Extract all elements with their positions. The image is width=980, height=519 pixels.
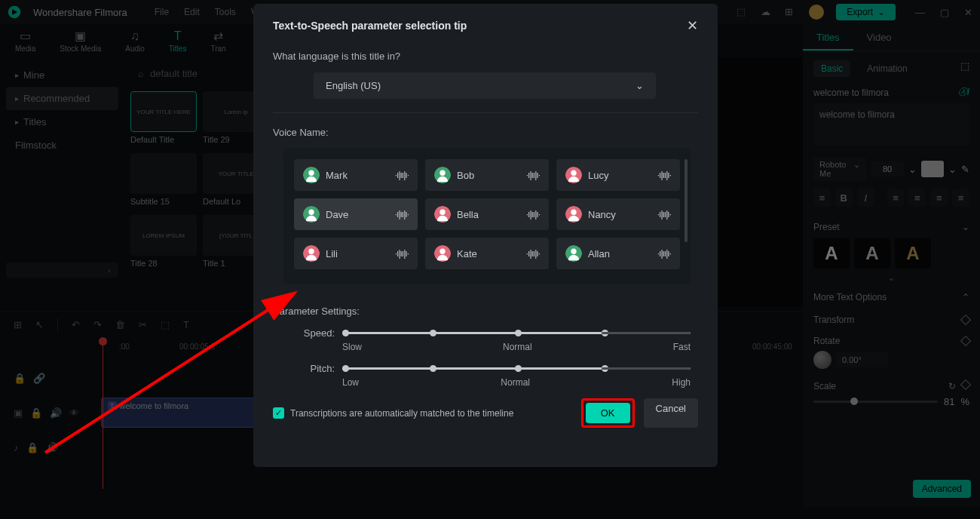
voice-name-label: Kate bbox=[457, 248, 520, 260]
svg-point-10 bbox=[439, 210, 445, 215]
svg-point-12 bbox=[571, 210, 576, 215]
language-question: What language is this title in? bbox=[273, 51, 698, 62]
waveform-icon: ·ı|ıı|ı· bbox=[657, 170, 671, 180]
chevron-down-icon: ⌄ bbox=[635, 80, 644, 91]
voice-selection-box: Mark·ı|ıı|ı·Bob·ı|ıı|ı·Lucy·ı|ıı|ı·Dave·… bbox=[283, 149, 691, 284]
voice-card-mark[interactable]: Mark·ı|ıı|ı· bbox=[294, 159, 418, 191]
speed-slider[interactable] bbox=[342, 332, 691, 334]
waveform-icon: ·ı|ıı|ı· bbox=[395, 248, 409, 259]
voice-card-bella[interactable]: Bella·ı|ıı|ı· bbox=[425, 198, 549, 230]
voice-avatar-icon bbox=[434, 206, 451, 223]
pitch-high: High bbox=[672, 377, 691, 388]
waveform-icon: ·ı|ıı|ı· bbox=[526, 170, 540, 180]
voice-card-allan[interactable]: Allan·ı|ıı|ı· bbox=[556, 238, 680, 269]
speed-mid: Normal bbox=[503, 342, 532, 352]
waveform-icon: ·ı|ıı|ı· bbox=[657, 209, 671, 220]
svg-point-14 bbox=[308, 249, 314, 254]
speed-high: Fast bbox=[673, 342, 691, 352]
voice-avatar-icon bbox=[565, 167, 582, 183]
waveform-icon: ·ı|ıı|ı· bbox=[657, 248, 671, 259]
pitch-mid: Normal bbox=[501, 377, 530, 388]
transcription-checkbox-row[interactable]: ✓ Transcriptions are automatically match… bbox=[273, 407, 513, 419]
voice-avatar-icon bbox=[303, 206, 320, 223]
voice-name-label: Voice Name: bbox=[273, 127, 698, 138]
cancel-button[interactable]: Cancel bbox=[644, 398, 698, 428]
voice-avatar-icon bbox=[565, 245, 582, 262]
waveform-icon: ·ı|ıı|ı· bbox=[395, 209, 409, 220]
voice-name-label: Lucy bbox=[588, 170, 651, 181]
modal-title: Text-to-Speech parameter selection tip bbox=[273, 20, 467, 32]
voice-card-lucy[interactable]: Lucy·ı|ıı|ı· bbox=[556, 159, 680, 191]
pitch-low: Low bbox=[342, 377, 359, 388]
svg-point-2 bbox=[308, 170, 314, 176]
voice-card-nancy[interactable]: Nancy·ı|ıı|ı· bbox=[556, 198, 680, 230]
speed-low: Slow bbox=[342, 342, 362, 352]
voice-name-label: Allan bbox=[588, 248, 651, 260]
voice-card-dave[interactable]: Dave·ı|ıı|ı· bbox=[294, 198, 418, 230]
tts-modal: Text-to-Speech parameter selection tip ✕… bbox=[253, 4, 718, 467]
pitch-label: Pitch: bbox=[300, 363, 342, 374]
svg-point-8 bbox=[308, 210, 314, 215]
waveform-icon: ·ı|ıı|ı· bbox=[395, 170, 409, 180]
svg-point-16 bbox=[439, 249, 445, 254]
voice-card-kate[interactable]: Kate·ı|ıı|ı· bbox=[425, 238, 549, 269]
voice-card-bob[interactable]: Bob·ı|ıı|ı· bbox=[425, 159, 549, 191]
voice-avatar-icon bbox=[565, 206, 582, 223]
voice-name-label: Mark bbox=[326, 170, 389, 181]
svg-point-6 bbox=[571, 170, 576, 176]
pitch-slider[interactable] bbox=[342, 367, 691, 370]
parameter-settings-label: Parameter Settings: bbox=[273, 306, 698, 317]
waveform-icon: ·ı|ıı|ı· bbox=[526, 248, 540, 259]
ok-highlight: OK bbox=[581, 398, 635, 428]
voice-scrollbar[interactable] bbox=[684, 159, 688, 242]
voice-name-label: Nancy bbox=[588, 209, 651, 220]
checkbox-icon[interactable]: ✓ bbox=[273, 407, 284, 419]
close-icon[interactable]: ✕ bbox=[687, 17, 698, 34]
svg-point-4 bbox=[439, 170, 445, 176]
voice-avatar-icon bbox=[303, 245, 320, 262]
voice-name-label: Dave bbox=[326, 209, 389, 220]
voice-avatar-icon bbox=[434, 245, 451, 262]
voice-card-lili[interactable]: Lili·ı|ıı|ı· bbox=[294, 238, 418, 269]
svg-point-18 bbox=[571, 249, 576, 254]
speed-label: Speed: bbox=[300, 327, 342, 339]
waveform-icon: ·ı|ıı|ı· bbox=[526, 209, 540, 220]
voice-name-label: Lili bbox=[326, 248, 389, 260]
voice-avatar-icon bbox=[303, 167, 320, 183]
language-select[interactable]: English (US)⌄ bbox=[314, 72, 656, 99]
voice-name-label: Bella bbox=[457, 209, 520, 220]
ok-button[interactable]: OK bbox=[586, 403, 630, 423]
voice-name-label: Bob bbox=[457, 170, 520, 181]
voice-avatar-icon bbox=[434, 167, 451, 183]
